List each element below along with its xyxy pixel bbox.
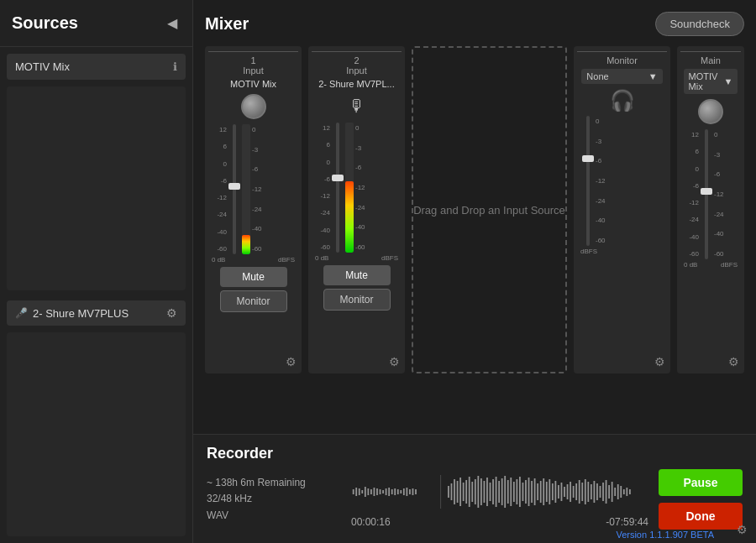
fader-track-2[interactable] xyxy=(332,123,344,253)
svg-rect-35 xyxy=(484,481,486,503)
fader-handle-main[interactable] xyxy=(701,188,712,195)
fader-handle-1[interactable] xyxy=(228,183,240,190)
channel-1-name: MOTIV Mix xyxy=(230,79,276,89)
mic-icon: 🎤 xyxy=(15,307,28,319)
fader-container-main: 1260-6-12-24-40-60 0-3-6-12-24-40-60 xyxy=(680,129,741,259)
time-remaining: -07:59:44 xyxy=(606,516,648,528)
fader-handle-2[interactable] xyxy=(332,175,344,181)
svg-rect-81 xyxy=(620,486,622,498)
svg-rect-58 xyxy=(552,483,554,500)
sidebar-item-motiv-mix[interactable]: MOTIV Mix ℹ xyxy=(7,54,186,80)
source2-gear-icon[interactable]: ⚙ xyxy=(166,306,177,320)
gear-button-main[interactable]: ⚙ xyxy=(728,355,739,368)
fader-handle-monitor[interactable] xyxy=(582,155,594,162)
svg-rect-29 xyxy=(465,480,467,504)
svg-rect-57 xyxy=(549,479,550,504)
waveform-visual xyxy=(351,471,648,513)
pause-button[interactable]: Pause xyxy=(659,469,743,496)
main-label: Main xyxy=(701,55,721,65)
svg-rect-13 xyxy=(391,489,393,494)
channel-2-type: Input xyxy=(346,65,366,76)
svg-rect-67 xyxy=(579,480,580,504)
monitor-button-1[interactable]: Monitor xyxy=(220,290,287,312)
fader-rail-main xyxy=(705,129,708,259)
svg-rect-38 xyxy=(492,479,494,504)
svg-rect-61 xyxy=(561,483,563,501)
gear-button-monitor[interactable]: ⚙ xyxy=(654,355,665,368)
svg-rect-34 xyxy=(480,478,482,505)
fader-labels-right-main: 0-3-6-12-24-40-60 xyxy=(714,129,726,259)
channel-2-icon: 🎙 xyxy=(345,94,369,117)
fader-container-1: 1260-6-12-24-40-60 xyxy=(208,124,298,254)
main-dropdown[interactable]: MOTIV Mix ▼ xyxy=(684,69,738,94)
fader-labels-right-monitor: 0-3-6-12-24-40-60 xyxy=(596,116,607,246)
vu-meter-1 xyxy=(242,124,250,254)
done-button[interactable]: Done xyxy=(659,503,743,530)
svg-rect-71 xyxy=(591,484,592,499)
svg-rect-6 xyxy=(370,489,372,494)
recorder-body: ~ 138h 6m Remaining 32/48 kHz WAV xyxy=(207,469,743,530)
svg-rect-77 xyxy=(608,485,610,499)
sidebar-title: Sources xyxy=(12,13,78,33)
svg-rect-51 xyxy=(531,481,533,503)
main-channel: Main MOTIV Mix ▼ 1260-6-12-24-40-60 xyxy=(677,46,744,373)
gear-button-2[interactable]: ⚙ xyxy=(389,355,400,368)
sidebar-area-2 xyxy=(7,332,186,536)
soundcheck-button[interactable]: Soundcheck xyxy=(655,12,744,36)
svg-rect-73 xyxy=(596,483,598,500)
svg-rect-43 xyxy=(507,480,509,504)
svg-rect-41 xyxy=(501,478,503,505)
monitor-divider xyxy=(577,51,667,52)
fader-track-monitor[interactable] xyxy=(582,116,594,246)
app-container: Sources ◀ MOTIV Mix ℹ 🎤 2- Shure MV7PLUS… xyxy=(0,0,756,543)
channel-1-number: 1 xyxy=(250,55,255,65)
svg-rect-26 xyxy=(457,481,459,503)
main-knob-icon xyxy=(698,99,723,124)
mute-button-2[interactable]: Mute xyxy=(323,265,391,285)
drop-zone[interactable]: Drag and Drop an Input Source xyxy=(412,46,567,373)
monitor-button-2[interactable]: Monitor xyxy=(323,289,391,311)
mute-button-1[interactable]: Mute xyxy=(220,267,287,287)
svg-rect-84 xyxy=(629,489,631,494)
channel-strip-2: 2 Input 2- Shure MV7PL... 🎙 1260-6-12-24… xyxy=(308,46,405,373)
fader-labels-left-main: 1260-6-12-24-40-60 xyxy=(685,129,699,259)
recorder-info: ~ 138h 6m Remaining 32/48 kHz WAV xyxy=(207,475,341,524)
main-dropdown-value: MOTIV Mix xyxy=(689,71,724,91)
db-labels-1: 0 dB dBFS xyxy=(208,256,298,264)
svg-rect-59 xyxy=(554,481,556,503)
monitor-label: Monitor xyxy=(606,55,638,65)
channel-divider-1 xyxy=(208,51,298,52)
svg-rect-42 xyxy=(504,476,506,508)
main-db: 0 dB xyxy=(684,261,697,269)
mixer-title: Mixer xyxy=(205,14,249,34)
main-dropdown-icon: ▼ xyxy=(724,76,733,86)
channel-strip-1: 1 Input MOTIV Mix 1260-6-12-24-40-60 xyxy=(205,46,302,373)
svg-rect-50 xyxy=(528,478,530,506)
recorder-gear-button[interactable]: ⚙ xyxy=(737,523,748,536)
recorder-sample-rate: 32/48 kHz xyxy=(207,491,341,507)
svg-rect-2 xyxy=(359,488,360,495)
sidebar-collapse-button[interactable]: ◀ xyxy=(164,13,181,33)
fader-container-monitor: 0-3-6-12-24-40-60 xyxy=(577,116,667,246)
svg-rect-52 xyxy=(534,478,536,505)
fader-track-main[interactable] xyxy=(701,129,712,259)
fader-track-1[interactable] xyxy=(228,124,240,254)
fader-rail-2 xyxy=(336,123,339,253)
fader-rail-1 xyxy=(233,124,236,254)
svg-rect-83 xyxy=(626,488,627,496)
svg-rect-70 xyxy=(587,482,589,502)
sidebar-item-shure[interactable]: 🎤 2- Shure MV7PLUS ⚙ xyxy=(7,300,186,326)
svg-rect-45 xyxy=(513,482,515,502)
svg-rect-15 xyxy=(397,489,399,494)
monitor-dropdown[interactable]: None ▼ xyxy=(581,69,662,84)
recorder-times: 00:00:16 -07:59:44 xyxy=(351,516,648,528)
svg-rect-75 xyxy=(602,483,604,501)
svg-rect-39 xyxy=(496,477,497,507)
mixer-section: Mixer Soundcheck 1 Input MOTIV Mix 1260-… xyxy=(193,0,756,434)
svg-rect-53 xyxy=(537,483,538,500)
vu-fill-1 xyxy=(242,235,250,254)
channel-divider-2 xyxy=(312,51,402,52)
svg-rect-40 xyxy=(498,481,500,503)
mixer-channels: 1 Input MOTIV Mix 1260-6-12-24-40-60 xyxy=(205,46,744,373)
gear-button-1[interactable]: ⚙ xyxy=(286,355,297,368)
